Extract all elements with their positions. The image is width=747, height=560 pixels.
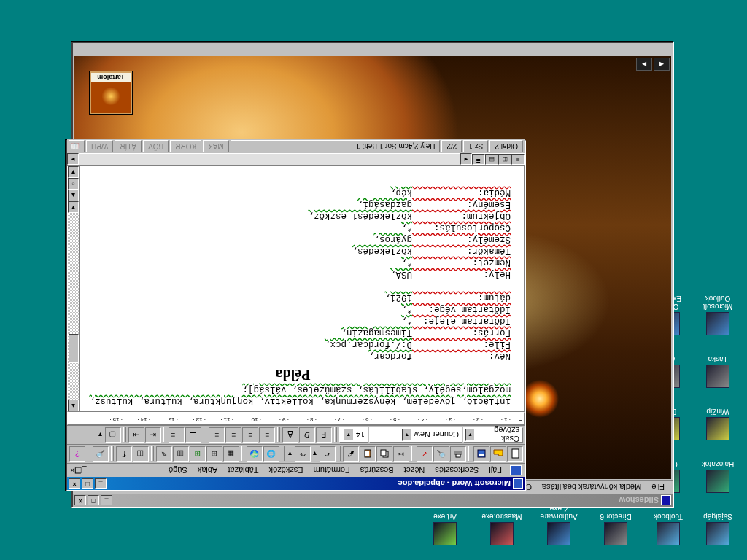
status-wph[interactable]: WPH bbox=[86, 140, 113, 152]
close-button[interactable]: × bbox=[74, 495, 86, 505]
menu-format[interactable]: Formátum bbox=[309, 464, 355, 476]
paste-button[interactable] bbox=[360, 446, 376, 462]
doc-close-button[interactable]: × bbox=[70, 466, 74, 475]
thumbnail-tartalom[interactable]: Tartalom bbox=[89, 71, 133, 115]
open-button[interactable] bbox=[490, 446, 506, 462]
browse-object-button[interactable]: ○ bbox=[68, 178, 79, 190]
insert-table-button[interactable]: ⊞ bbox=[206, 446, 222, 462]
size-combo[interactable]: 14 ▼ bbox=[339, 427, 368, 443]
indent-button[interactable]: ⇥ bbox=[128, 427, 144, 443]
tables-borders-button[interactable]: ▦ bbox=[223, 446, 239, 462]
status-bov[interactable]: BŐV bbox=[143, 140, 169, 152]
font-combo[interactable]: Courier New ▼ bbox=[369, 427, 462, 443]
vertical-scrollbar[interactable]: ▲ ▼ ▴ ○ ▾ bbox=[68, 166, 80, 411]
print-button[interactable] bbox=[450, 446, 466, 462]
word-doc-icon[interactable] bbox=[510, 465, 522, 475]
format-painter-button[interactable]: 🖌 bbox=[343, 446, 359, 462]
minimize-button[interactable]: _ bbox=[101, 495, 112, 505]
numbering-button[interactable]: ☰ bbox=[185, 427, 201, 443]
scroll-thumb[interactable] bbox=[69, 334, 79, 363]
new-doc-button[interactable] bbox=[507, 446, 523, 462]
scroll-track[interactable] bbox=[68, 213, 79, 400]
desktop-icon-winzip[interactable]: WinZip bbox=[696, 408, 740, 440]
status-book-icon[interactable]: 📖 bbox=[69, 140, 85, 152]
menu-view[interactable]: Nézet bbox=[399, 464, 430, 476]
doc-map-button[interactable]: ◫ bbox=[133, 446, 149, 462]
cut-button[interactable]: ✂ bbox=[393, 446, 409, 462]
scroll-left-button[interactable]: ◄ bbox=[460, 153, 472, 165]
undo-button[interactable]: ↶ bbox=[320, 446, 336, 462]
document-area[interactable]: infláció, jövedelem, kényszermuŋka, koll… bbox=[67, 166, 525, 412]
italic-button[interactable]: D bbox=[299, 427, 315, 443]
align-center-button[interactable]: ≡ bbox=[242, 427, 258, 443]
menu-file[interactable]: File bbox=[646, 481, 670, 493]
status-korr[interactable]: KORR bbox=[170, 140, 201, 152]
redo-button[interactable]: ↷ bbox=[295, 446, 311, 462]
hyperlink-button[interactable]: 🌐 bbox=[263, 446, 279, 462]
normal-view-button[interactable]: ≡ bbox=[511, 154, 525, 165]
print-preview-button[interactable]: 🔍 bbox=[433, 446, 449, 462]
status-atir[interactable]: ÁTÍR bbox=[115, 140, 142, 152]
scroll-right-button[interactable]: ► bbox=[67, 153, 79, 165]
drawing-button[interactable]: ✎ bbox=[156, 446, 172, 462]
copy-button[interactable] bbox=[376, 446, 392, 462]
menu-tools[interactable]: Eszközök bbox=[264, 464, 309, 476]
spellcheck-button[interactable]: ✓ bbox=[417, 446, 433, 462]
doc-minimize-button[interactable]: _ bbox=[82, 466, 86, 475]
excel-button[interactable]: ⊞ bbox=[190, 446, 206, 462]
align-left-button[interactable]: ≡ bbox=[259, 427, 275, 443]
help-button[interactable]: ? bbox=[69, 446, 85, 462]
menu-window[interactable]: Ablak bbox=[193, 464, 223, 476]
prev-page-button[interactable]: ▴ bbox=[68, 190, 79, 201]
prev-arrow-button[interactable]: ◄ bbox=[654, 58, 670, 71]
doc-restore-button[interactable]: ❐ bbox=[74, 466, 82, 475]
next-arrow-button[interactable]: ► bbox=[636, 58, 652, 71]
close-button[interactable]: × bbox=[69, 478, 80, 489]
underline-button[interactable]: A bbox=[282, 427, 298, 443]
menu-insert[interactable]: Beszúrás bbox=[355, 464, 399, 476]
desktop-icon-microsoft-outlook[interactable]: Microsoft Outlook bbox=[696, 295, 740, 335]
menu-help[interactable]: Súgó bbox=[163, 464, 193, 476]
zoom-button[interactable]: 🔎 bbox=[93, 446, 109, 462]
desktop-icon-art-exe[interactable]: Art.exe bbox=[423, 513, 467, 545]
redo-dropdown[interactable]: ▾ bbox=[287, 446, 294, 462]
align-justify-button[interactable]: ≡ bbox=[209, 427, 225, 443]
outline-view-button[interactable]: ≣ bbox=[472, 154, 485, 165]
borders-button[interactable]: ▢ bbox=[105, 427, 121, 443]
status-mak[interactable]: MAK bbox=[203, 140, 229, 152]
desktop-icon-maestro-exe[interactable]: Maestro.exe bbox=[480, 513, 524, 545]
style-combo[interactable]: Csak szöveg ▼ bbox=[463, 427, 523, 443]
outdent-button[interactable]: ⇤ bbox=[145, 427, 161, 443]
hscroll-track[interactable] bbox=[79, 154, 460, 165]
menu-table[interactable]: Táblázat bbox=[222, 464, 263, 476]
menu-media-libs[interactable]: Média könyvtárak beállítása bbox=[537, 481, 646, 493]
desktop-icon-t-ska[interactable]: Táska bbox=[696, 355, 740, 388]
borders-dropdown[interactable]: ▾ bbox=[97, 427, 104, 443]
desktop-icon-saj-tg-p[interactable]: Sajátgép bbox=[696, 513, 740, 545]
save-button[interactable] bbox=[473, 446, 489, 462]
scroll-down-button[interactable]: ▼ bbox=[68, 201, 79, 213]
desktop-icon-h-l-zatok[interactable]: Hálózatok bbox=[696, 460, 740, 493]
maximize-button[interactable]: □ bbox=[88, 495, 99, 505]
desktop-icon-director-6[interactable]: Director 6 bbox=[594, 513, 638, 545]
word-titlebar[interactable]: Microsoft Word - abpelda.doc _ □ × bbox=[67, 477, 525, 490]
desktop-icon-authorware-4-exe[interactable]: Authorware 4.exe bbox=[537, 505, 581, 545]
desktop-icon-toolbook[interactable]: Toolbook bbox=[646, 513, 690, 545]
align-right-button[interactable]: ≡ bbox=[225, 427, 241, 443]
bold-button[interactable]: F bbox=[316, 427, 332, 443]
page-view-button[interactable]: ▤ bbox=[485, 154, 498, 165]
slideshow-titlebar[interactable]: Slideshow _ □ × bbox=[73, 494, 673, 507]
maximize-button[interactable]: □ bbox=[82, 478, 93, 489]
minimize-button[interactable]: _ bbox=[95, 478, 107, 489]
bullets-button[interactable]: ⋮≡ bbox=[169, 427, 185, 443]
menu-edit[interactable]: Szerkesztés bbox=[430, 464, 484, 476]
scroll-up-button[interactable]: ▲ bbox=[68, 400, 79, 411]
online-view-button[interactable]: ◫ bbox=[498, 154, 511, 165]
show-hide-button[interactable]: ¶ bbox=[116, 446, 132, 462]
document-content[interactable]: infláció, jövedelem, kényszermuŋka, koll… bbox=[68, 182, 524, 411]
ruler[interactable]: ⌐· 1 ·· 2 ·· 3 ·· 4 ·· 5 ·· 6 ·· 7 ·· 8 … bbox=[67, 412, 525, 425]
menu-file[interactable]: Fájl bbox=[484, 464, 507, 476]
next-page-button[interactable]: ▾ bbox=[68, 166, 79, 178]
columns-button[interactable]: ▥ bbox=[173, 446, 189, 462]
web-toolbar-button[interactable]: 🌍 bbox=[247, 446, 263, 462]
